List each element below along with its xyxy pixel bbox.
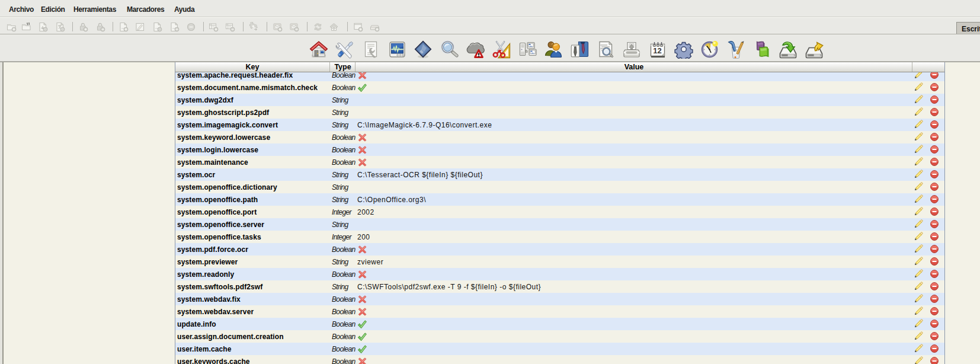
svg-text:12: 12	[653, 46, 661, 55]
